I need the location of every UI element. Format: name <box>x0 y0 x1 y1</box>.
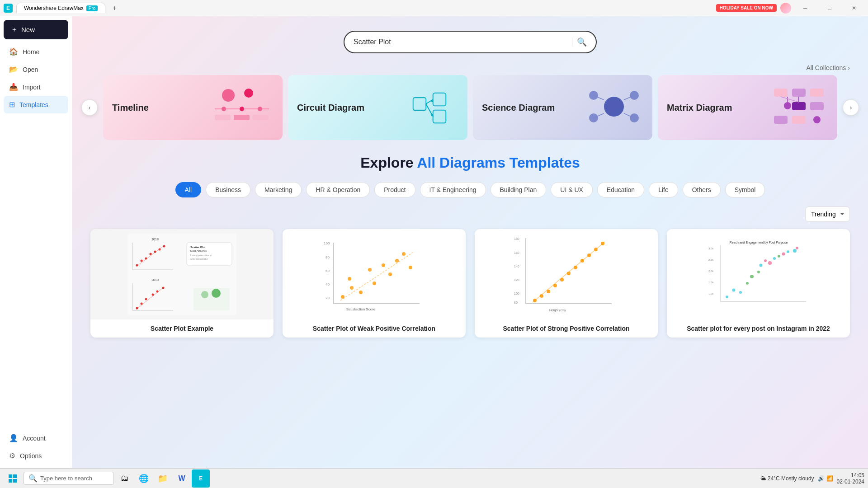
svg-point-79 <box>348 277 351 281</box>
sort-select[interactable]: Trending Newest Popular <box>805 206 850 222</box>
sidebar-item-options[interactable]: ⚙ Options <box>4 447 68 465</box>
svg-rect-12 <box>433 93 446 106</box>
new-tab-button[interactable]: + <box>109 3 120 14</box>
minimize-button[interactable]: ─ <box>795 0 816 16</box>
content-area: 🔍 All Collections › ‹ Timeline <box>72 16 868 468</box>
template-card-strong-positive[interactable]: 180 160 140 120 100 80 Height (cm) <box>475 229 658 338</box>
svg-point-85 <box>395 259 399 263</box>
explore-title: Explore All Diagrams Templates <box>90 155 850 171</box>
template-card-title-1: Scatter Plot Example <box>98 325 266 332</box>
volume-icon[interactable]: 📶 <box>826 475 833 482</box>
filter-business[interactable]: Business <box>206 182 250 197</box>
svg-point-124 <box>759 264 762 267</box>
svg-point-44 <box>140 260 142 262</box>
sidebar-item-import[interactable]: 📥 Import <box>4 78 68 96</box>
new-button[interactable]: ＋ New <box>4 20 68 39</box>
svg-point-130 <box>787 250 789 253</box>
carousel-card-matrix[interactable]: Matrix Diagram <box>658 75 837 140</box>
filter-uiux[interactable]: UI & UX <box>551 182 593 197</box>
svg-text:Height (cm): Height (cm) <box>549 309 565 312</box>
taskbar-apps: 🗂 🌐 📁 W E <box>116 469 210 488</box>
taskbar-date-value: 02-01-2024 <box>837 479 864 485</box>
carousel-card-science[interactable]: Science Diagram <box>473 75 652 140</box>
weather-text: 24°C Mostly cloudy <box>768 475 814 482</box>
avatar[interactable] <box>780 3 791 14</box>
filter-product[interactable]: Product <box>374 182 415 197</box>
template-card-instagram[interactable]: Reach and Engagement by Post Purpose 3.0… <box>667 229 850 338</box>
timeline-card-title: Timeline <box>112 102 149 113</box>
carousel-prev-button[interactable]: ‹ <box>81 99 98 116</box>
sidebar-item-home[interactable]: 🏠 Home <box>4 43 68 61</box>
taskbar-app-word[interactable]: W <box>173 469 191 488</box>
import-icon: 📥 <box>9 83 18 91</box>
filter-life[interactable]: Life <box>649 182 678 197</box>
taskbar-time-value: 14:05 <box>837 472 864 479</box>
holiday-badge: HOLIDAY SALE ON NOW <box>716 4 777 12</box>
sidebar: ＋ New 🏠 Home 📂 Open 📥 Import ⊞ Templates… <box>0 16 72 468</box>
sidebar-item-templates[interactable]: ⊞ Templates <box>4 96 68 113</box>
template-card-title-3: Scatter Plot of Strong Positive Correlat… <box>482 325 651 332</box>
sidebar-item-account[interactable]: 👤 Account <box>4 429 68 447</box>
svg-rect-14 <box>433 110 446 123</box>
svg-point-4 <box>240 107 244 111</box>
svg-point-120 <box>739 291 742 294</box>
svg-rect-30 <box>810 89 824 97</box>
svg-text:1.0k: 1.0k <box>708 292 714 295</box>
taskbar-search-bar[interactable]: 🔍 Type here to search <box>24 472 114 485</box>
account-icon: 👤 <box>9 434 18 442</box>
taskbar-app-edrawmax[interactable]: E <box>192 469 210 488</box>
carousel-card-timeline[interactable]: Timeline <box>103 75 283 140</box>
network-icon[interactable]: 🔊 <box>818 475 825 482</box>
taskbar-app-edge[interactable]: 🌐 <box>135 469 153 488</box>
filter-education[interactable]: Education <box>597 182 644 197</box>
filter-all[interactable]: All <box>175 182 202 197</box>
svg-text:2018: 2018 <box>151 238 159 241</box>
carousel-card-circuit[interactable]: Circuit Diagram <box>288 75 467 140</box>
carousel-next-button[interactable]: › <box>843 99 859 116</box>
filter-building[interactable]: Building Plan <box>491 182 547 197</box>
template-card-body-4: Scatter plot for every post on Instagram… <box>667 319 850 338</box>
taskbar-app-explorer[interactable]: 🗂 <box>116 469 134 488</box>
svg-point-78 <box>350 286 354 290</box>
taskbar-search-icon: 🔍 <box>28 474 38 483</box>
search-input[interactable] <box>354 38 567 46</box>
templates-icon: ⊞ <box>9 100 15 109</box>
svg-point-81 <box>368 268 372 272</box>
template-preview-weak-positive: 100 80 60 40 20 Satisfaction Score <box>283 229 466 319</box>
svg-text:1.5k: 1.5k <box>708 281 714 284</box>
taskbar-weather: 🌥 24°C Mostly cloudy <box>760 475 814 482</box>
template-card-weak-positive[interactable]: 100 80 60 40 20 Satisfaction Score <box>283 229 466 338</box>
svg-rect-135 <box>9 479 12 483</box>
svg-text:120: 120 <box>514 278 519 282</box>
filter-others[interactable]: Others <box>683 182 721 197</box>
svg-rect-66 <box>193 288 230 310</box>
matrix-illustration <box>769 84 828 131</box>
svg-text:100: 100 <box>514 292 519 295</box>
filter-marketing[interactable]: Marketing <box>255 182 302 197</box>
template-card-scatter-example[interactable]: 2018 2019 <box>90 229 274 338</box>
search-bar[interactable]: 🔍 <box>344 31 597 53</box>
sidebar-item-open[interactable]: 📂 Open <box>4 61 68 78</box>
taskbar-clock: 14:05 02-01-2024 <box>837 472 864 485</box>
start-button[interactable] <box>4 469 22 488</box>
all-collections-link[interactable]: All Collections › <box>806 64 850 71</box>
filter-symbol[interactable]: Symbol <box>725 182 765 197</box>
svg-point-121 <box>746 282 749 285</box>
svg-text:Lorem ipsum dolor sit: Lorem ipsum dolor sit <box>190 254 212 257</box>
open-icon: 📂 <box>9 65 18 74</box>
svg-text:180: 180 <box>514 237 519 240</box>
template-preview-instagram: Reach and Engagement by Post Purpose 3.0… <box>667 229 850 319</box>
svg-point-36 <box>813 116 821 123</box>
search-icon[interactable]: 🔍 <box>577 37 587 47</box>
maximize-button[interactable]: □ <box>819 0 840 16</box>
app-tab[interactable]: Wondershare EdrawMax Pro <box>16 3 105 13</box>
sidebar-item-import-label: Import <box>23 84 41 91</box>
taskbar-app-files[interactable]: 📁 <box>154 469 172 488</box>
science-illustration <box>585 84 643 131</box>
svg-point-46 <box>149 253 151 255</box>
filter-hr[interactable]: HR & Operation <box>306 182 370 197</box>
sidebar-item-options-label: Options <box>20 452 42 460</box>
svg-rect-6 <box>215 115 231 120</box>
filter-it[interactable]: IT & Engineering <box>420 182 486 197</box>
close-button[interactable]: ✕ <box>844 0 864 16</box>
